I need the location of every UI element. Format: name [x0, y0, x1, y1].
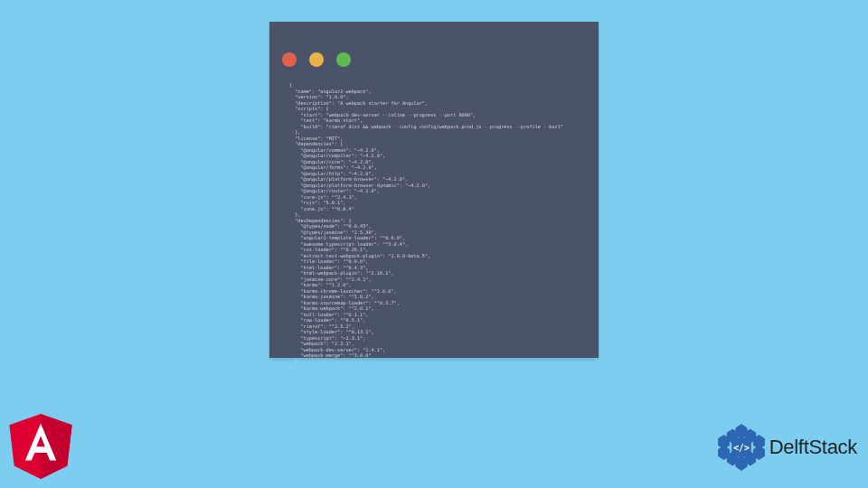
zoom-icon[interactable]	[336, 52, 351, 67]
code-bracket-icon: </>	[733, 443, 750, 453]
package-json-code: { "name": "angular2-webpack", "version":…	[289, 82, 584, 371]
window-traffic-lights	[282, 52, 351, 67]
delftstack-badge-icon: </>	[717, 423, 766, 472]
delftstack-wordmark: DelftStack	[769, 436, 857, 459]
minimize-icon[interactable]	[309, 52, 324, 67]
close-icon[interactable]	[282, 52, 297, 67]
terminal-window: { "name": "angular2-webpack", "version":…	[269, 22, 599, 358]
angular-logo-icon	[9, 414, 72, 479]
delftstack-logo: </> DelftStack	[717, 423, 857, 472]
